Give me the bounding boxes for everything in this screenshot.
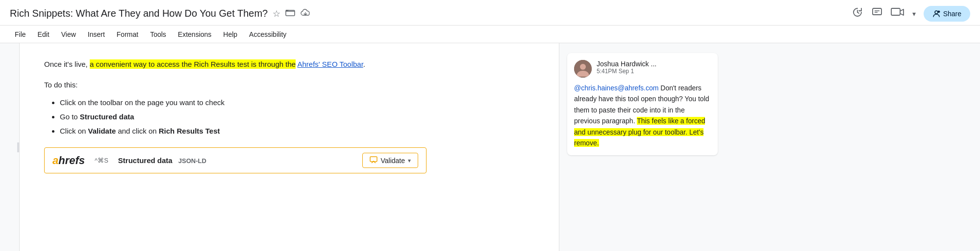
svg-point-8 bbox=[935, 11, 938, 14]
plugin-subtitle: JSON-LD bbox=[178, 157, 206, 165]
avatar bbox=[574, 60, 592, 78]
left-margin bbox=[0, 43, 20, 251]
bullet-list: Click on the toolbar on the page you wan… bbox=[44, 96, 529, 138]
to-do-label: To do this: bbox=[44, 79, 529, 91]
folder-icon[interactable] bbox=[285, 8, 295, 19]
history-icon[interactable] bbox=[852, 6, 863, 21]
share-button[interactable]: Share bbox=[924, 6, 970, 22]
validate-icon bbox=[370, 156, 377, 165]
structured-data-bold: Structured data bbox=[80, 112, 134, 121]
rich-results-bold: Rich Results Test bbox=[159, 127, 220, 135]
comment-card: Joshua Hardwick ... 5:41PM Sep 1 @chris.… bbox=[567, 53, 718, 155]
commenter-name: Joshua Hardwick ... bbox=[597, 60, 656, 68]
intro-paragraph: Once it's live, a convenient way to acce… bbox=[44, 58, 529, 71]
highlighted-text: a convenient way to access the Rich Resu… bbox=[90, 59, 296, 69]
menu-format[interactable]: Format bbox=[112, 28, 143, 40]
doc-title: Rich Snippets: What Are They and How Do … bbox=[10, 8, 268, 19]
comment-meta: Joshua Hardwick ... 5:41PM Sep 1 bbox=[597, 60, 656, 75]
bullet-item-1: Click on the toolbar on the page you wan… bbox=[60, 96, 529, 109]
svg-point-12 bbox=[580, 64, 586, 70]
title-bar: Rich Snippets: What Are They and How Do … bbox=[0, 0, 980, 26]
bullet-item-2: Go to Structured data bbox=[60, 110, 529, 123]
bullet-item-3: Click on Validate and click on Rich Resu… bbox=[60, 124, 529, 138]
menu-edit[interactable]: Edit bbox=[33, 28, 54, 40]
plugin-box: ahrefs ^⌘S Structured data JSON-LD Valid… bbox=[44, 147, 427, 173]
comment-time: 5:41PM Sep 1 bbox=[597, 68, 656, 75]
validate-dropdown-icon[interactable]: ▾ bbox=[408, 157, 411, 164]
svg-line-3 bbox=[857, 12, 859, 13]
right-panel: Joshua Hardwick ... 5:41PM Sep 1 @chris.… bbox=[559, 43, 726, 251]
comment-mention[interactable]: @chris.haines@ahrefs.com bbox=[574, 84, 658, 92]
main-area: Once it's live, a convenient way to acce… bbox=[0, 43, 980, 251]
comment-icon[interactable] bbox=[871, 6, 883, 21]
menu-bar: File Edit View Insert Format Tools Exten… bbox=[0, 26, 980, 43]
plugin-title: Structured data JSON-LD bbox=[118, 156, 353, 165]
menu-extensions[interactable]: Extensions bbox=[173, 28, 216, 40]
svg-rect-7 bbox=[891, 8, 900, 15]
comment-body: @chris.haines@ahrefs.com Don't readers a… bbox=[574, 83, 711, 148]
doc-content: Once it's live, a convenient way to acce… bbox=[20, 43, 559, 251]
menu-file[interactable]: File bbox=[10, 28, 31, 40]
star-icon[interactable]: ☆ bbox=[273, 8, 280, 19]
title-icons: ☆ bbox=[273, 8, 311, 19]
avatar-image bbox=[574, 60, 592, 78]
share-label: Share bbox=[943, 10, 961, 18]
camera-icon[interactable] bbox=[891, 7, 905, 21]
menu-tools[interactable]: Tools bbox=[145, 28, 171, 40]
validate-button[interactable]: Validate ▾ bbox=[362, 153, 418, 168]
plugin-logo: ahrefs bbox=[52, 154, 85, 167]
menu-help[interactable]: Help bbox=[218, 28, 242, 40]
dropdown-arrow-icon[interactable]: ▾ bbox=[912, 10, 916, 18]
comment-header: Joshua Hardwick ... 5:41PM Sep 1 bbox=[574, 60, 711, 78]
plugin-shortcut: ^⌘S bbox=[95, 157, 108, 164]
menu-view[interactable]: View bbox=[56, 28, 81, 40]
svg-rect-4 bbox=[873, 8, 881, 15]
cloud-icon[interactable] bbox=[300, 8, 311, 19]
title-right: ▾ Share bbox=[852, 6, 970, 22]
title-left: Rich Snippets: What Are They and How Do … bbox=[10, 8, 311, 19]
ahrefs-link[interactable]: Ahrefs' SEO Toolbar bbox=[297, 60, 363, 68]
validate-label: Validate bbox=[380, 157, 405, 165]
menu-insert[interactable]: Insert bbox=[83, 28, 110, 40]
validate-bold: Validate bbox=[88, 127, 116, 135]
menu-accessibility[interactable]: Accessibility bbox=[244, 28, 291, 40]
margin-indicator bbox=[17, 142, 19, 152]
